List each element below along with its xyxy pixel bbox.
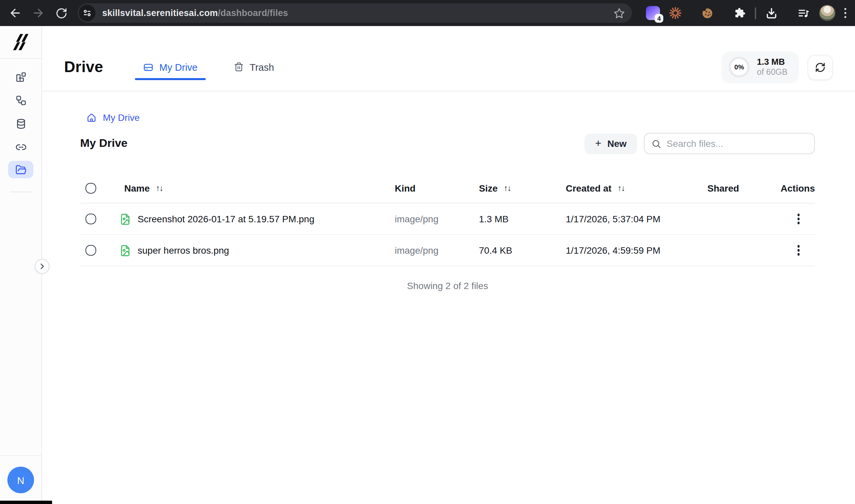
sidebar-item-links[interactable] [8, 138, 33, 156]
extensions-menu-button[interactable] [733, 6, 747, 20]
file-name: super herros bros.png [138, 245, 229, 256]
search-box [644, 133, 815, 154]
trash-icon [234, 62, 244, 72]
toolbar-separator [755, 7, 756, 19]
column-header-actions: Actions [782, 183, 815, 194]
refresh-button[interactable] [807, 54, 833, 80]
file-kind: image/png [395, 245, 479, 256]
section-title: My Drive [80, 137, 127, 150]
column-header-created[interactable]: Created at ↑↓ [566, 183, 708, 194]
file-size: 1.3 MB [479, 214, 566, 224]
puzzle-icon [733, 6, 747, 20]
row-actions-button[interactable] [795, 211, 803, 227]
browser-window: skillsvital.serenitiesai.com/dashboard/f… [0, 0, 855, 504]
row-checkbox[interactable] [86, 214, 96, 224]
screen-corner-strip [0, 501, 52, 504]
browser-profile-avatar[interactable] [819, 5, 836, 21]
chevron-right-icon [38, 262, 46, 270]
header-right: 0% 1.3 MB of 60GB [721, 51, 833, 83]
tab-label: My Drive [159, 62, 197, 72]
row-actions-button[interactable] [795, 242, 803, 258]
sort-icon[interactable]: ↑↓ [617, 184, 625, 193]
url-domain: skillsvital.serenitiesai.com [102, 8, 218, 18]
browser-menu-button[interactable] [844, 8, 846, 18]
search-input[interactable] [667, 138, 807, 149]
forward-button[interactable] [31, 6, 45, 20]
column-header-size[interactable]: Size ↑↓ [479, 183, 566, 194]
sidebar-item-dashboard[interactable] [8, 68, 33, 86]
sync-icon [815, 62, 826, 72]
select-all-checkbox[interactable] [86, 183, 96, 194]
star-icon [613, 7, 625, 19]
breadcrumb-label: My Drive [103, 112, 140, 123]
search-icon [651, 139, 661, 148]
sidebar-footer: N [0, 455, 41, 504]
sidebar-divider [10, 192, 31, 192]
storage-ring: 0% [729, 57, 749, 77]
reload-icon [55, 7, 68, 19]
playlist-icon [797, 6, 810, 20]
browser-toolbar: skillsvital.serenitiesai.com/dashboard/f… [0, 0, 855, 26]
files-table: Name ↑↓ Kind Size ↑↓ Created at ↑↓ Share… [80, 174, 815, 266]
file-image-icon [119, 213, 132, 225]
reload-button[interactable] [55, 6, 68, 20]
storage-widget: 0% 1.3 MB of 60GB [721, 51, 799, 83]
logo-icon [11, 32, 31, 52]
toolbar-extensions-area: 4 [646, 5, 846, 21]
starburst-extension-button[interactable] [669, 6, 682, 20]
app-logo[interactable] [0, 26, 41, 59]
bookmark-button[interactable] [613, 7, 625, 19]
site-settings-button[interactable] [79, 5, 95, 21]
file-image-icon [119, 244, 132, 257]
file-name: Screenshot 2026-01-17 at 5.19.57 PM.png [138, 214, 314, 224]
hard-drive-icon [143, 62, 153, 72]
downloads-button[interactable] [765, 6, 778, 20]
column-header-name[interactable]: Name ↑↓ [119, 183, 395, 194]
storage-used: 1.3 MB [757, 56, 787, 68]
extension-badge: 4 [655, 14, 664, 23]
blocks-icon [15, 71, 27, 83]
extension-app-button[interactable]: 4 [646, 6, 660, 20]
page-title: Drive [64, 58, 103, 76]
page-header: Drive My Drive Trash 0% 1.3 MB of 60GB [42, 26, 855, 91]
tab-trash[interactable]: Trash [226, 56, 282, 78]
tab-my-drive[interactable]: My Drive [135, 56, 205, 78]
column-header-kind: Kind [395, 183, 479, 194]
sidebar-item-database[interactable] [8, 114, 33, 133]
url-path: /dashboard/files [218, 8, 288, 18]
files-summary: Showing 2 of 2 files [80, 281, 815, 291]
media-controls-button[interactable] [797, 6, 810, 20]
url-bar[interactable]: skillsvital.serenitiesai.com/dashboard/f… [77, 3, 632, 23]
sidebar-nav [0, 59, 41, 192]
site-settings-icon [82, 7, 93, 19]
back-icon [8, 7, 21, 19]
cookie-extension-button[interactable] [701, 6, 714, 20]
workflow-icon [15, 94, 27, 106]
drive-content: My Drive My Drive + New [42, 112, 855, 291]
new-button[interactable]: + New [584, 133, 637, 154]
back-button[interactable] [8, 6, 21, 20]
download-icon [765, 6, 778, 20]
breadcrumb[interactable]: My Drive [80, 112, 140, 123]
file-kind: image/png [395, 214, 479, 224]
file-created: 1/17/2026, 5:37:04 PM [566, 214, 708, 224]
row-checkbox[interactable] [86, 245, 96, 256]
drive-tabs: My Drive Trash [135, 56, 282, 78]
sidebar-item-workflows[interactable] [8, 91, 33, 109]
home-icon [86, 112, 97, 123]
sort-icon[interactable]: ↑↓ [504, 184, 511, 193]
table-row[interactable]: Screenshot 2026-01-17 at 5.19.57 PM.png … [80, 203, 815, 235]
sidebar-item-files[interactable] [8, 161, 33, 178]
table-header-row: Name ↑↓ Kind Size ↑↓ Created at ↑↓ Share… [80, 174, 815, 203]
storage-quota: of 60GB [757, 68, 787, 78]
user-avatar[interactable]: N [7, 467, 34, 493]
main-content: Drive My Drive Trash 0% 1.3 MB of 60GB [42, 26, 855, 504]
column-header-shared: Shared [708, 183, 782, 194]
sort-icon[interactable]: ↑↓ [156, 184, 163, 193]
table-row[interactable]: super herros bros.png image/png 70.4 KB … [80, 235, 815, 266]
file-created: 1/17/2026, 4:59:59 PM [566, 245, 708, 256]
sidebar-expand-button[interactable] [35, 259, 49, 274]
database-icon [15, 118, 27, 129]
plus-icon: + [595, 138, 601, 149]
cookie-icon [701, 6, 714, 20]
